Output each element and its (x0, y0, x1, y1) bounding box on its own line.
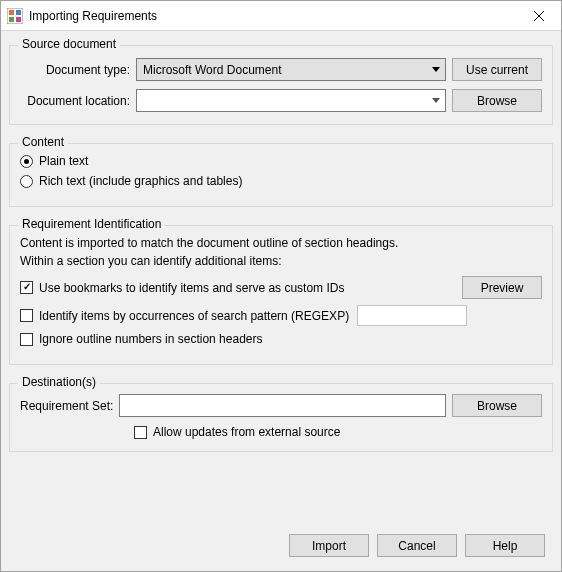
document-type-combo[interactable]: Microsoft Word Document (136, 58, 446, 81)
use-current-button[interactable]: Use current (452, 58, 542, 81)
close-icon (534, 11, 544, 21)
radio-icon (20, 155, 33, 168)
content-group: Content Plain text Rich text (include gr… (9, 143, 553, 207)
document-location-label: Document location: (20, 94, 130, 108)
rich-text-option[interactable]: Rich text (include graphics and tables) (20, 174, 542, 188)
reqid-desc-2: Within a section you can identify additi… (20, 254, 542, 268)
checkbox-icon (20, 281, 33, 294)
source-document-group: Source document Document type: Microsoft… (9, 45, 553, 125)
chevron-down-icon (427, 90, 445, 111)
identify-regex-checkbox[interactable]: Identify items by occurrences of search … (20, 309, 349, 323)
svg-rect-2 (16, 10, 21, 15)
source-document-legend: Source document (18, 37, 120, 51)
document-type-label: Document type: (20, 63, 130, 77)
use-bookmarks-label: Use bookmarks to identify items and serv… (39, 281, 344, 295)
titlebar: Importing Requirements (1, 1, 561, 31)
dialog-window: Importing Requirements Source document D… (0, 0, 562, 572)
ignore-outline-label: Ignore outline numbers in section header… (39, 332, 262, 346)
requirement-identification-group: Requirement Identification Content is im… (9, 225, 553, 365)
destinations-group: Destination(s) Requirement Set: Browse A… (9, 383, 553, 452)
cancel-button[interactable]: Cancel (377, 534, 457, 557)
svg-marker-8 (432, 98, 440, 103)
radio-icon (20, 175, 33, 188)
identify-regex-label: Identify items by occurrences of search … (39, 309, 349, 323)
destinations-legend: Destination(s) (18, 375, 100, 389)
document-location-field[interactable] (136, 89, 446, 112)
use-bookmarks-checkbox[interactable]: Use bookmarks to identify items and serv… (20, 281, 344, 295)
regex-pattern-field[interactable] (357, 305, 467, 326)
svg-marker-7 (432, 67, 440, 72)
document-type-value: Microsoft Word Document (143, 63, 282, 77)
allow-updates-label: Allow updates from external source (153, 425, 340, 439)
requirement-identification-legend: Requirement Identification (18, 217, 165, 231)
requirement-set-label: Requirement Set: (20, 399, 113, 413)
dialog-body: Source document Document type: Microsoft… (1, 31, 561, 571)
help-button[interactable]: Help (465, 534, 545, 557)
browse-requirement-set-button[interactable]: Browse (452, 394, 542, 417)
allow-updates-checkbox[interactable]: Allow updates from external source (134, 425, 542, 439)
checkbox-icon (20, 309, 33, 322)
plain-text-label: Plain text (39, 154, 88, 168)
app-icon (7, 8, 23, 24)
svg-rect-3 (9, 17, 14, 22)
browse-document-button[interactable]: Browse (452, 89, 542, 112)
requirement-set-field[interactable] (119, 394, 446, 417)
dialog-footer: Import Cancel Help (9, 528, 553, 561)
ignore-outline-checkbox[interactable]: Ignore outline numbers in section header… (20, 332, 542, 346)
content-legend: Content (18, 135, 68, 149)
reqid-desc-1: Content is imported to match the documen… (20, 236, 542, 250)
svg-rect-1 (9, 10, 14, 15)
preview-button[interactable]: Preview (462, 276, 542, 299)
plain-text-option[interactable]: Plain text (20, 154, 542, 168)
import-button[interactable]: Import (289, 534, 369, 557)
svg-rect-4 (16, 17, 21, 22)
checkbox-icon (134, 426, 147, 439)
chevron-down-icon (427, 59, 445, 80)
close-button[interactable] (516, 1, 561, 30)
checkbox-icon (20, 333, 33, 346)
window-title: Importing Requirements (29, 9, 516, 23)
rich-text-label: Rich text (include graphics and tables) (39, 174, 242, 188)
